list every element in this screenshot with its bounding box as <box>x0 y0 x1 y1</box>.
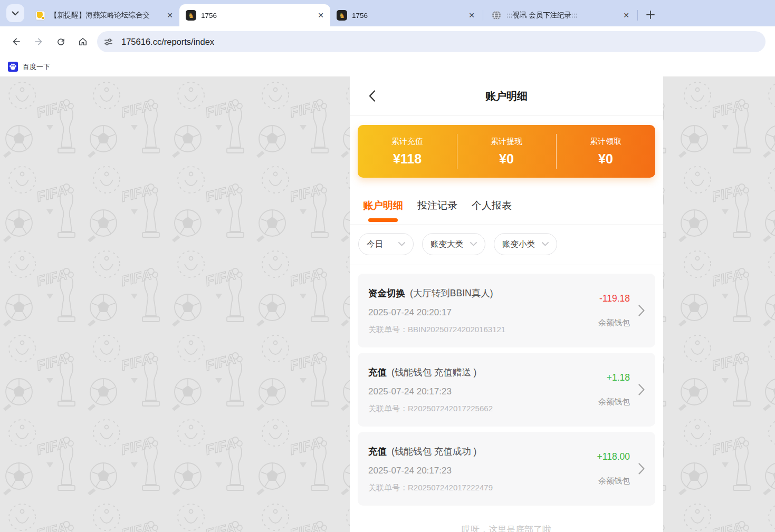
gold-emblem-icon: ♞ <box>337 10 347 21</box>
filter-minor-category-dropdown[interactable]: 账变小类 <box>494 233 557 255</box>
chevron-right-icon <box>638 463 645 475</box>
transaction-title: 充值(钱能钱包 充值成功 ) <box>368 445 597 458</box>
summary-total-claimed: 累计领取 ¥0 <box>556 125 655 178</box>
tab-search-button[interactable] <box>6 4 24 22</box>
transaction-time: 2025-07-24 20:20:17 <box>368 307 598 318</box>
back-button[interactable] <box>5 31 27 53</box>
tab-close-icon[interactable]: ✕ <box>466 10 477 21</box>
url-text: 175616.cc/reports/index <box>121 37 214 47</box>
filter-major-category-dropdown[interactable]: 账变大类 <box>422 233 485 255</box>
transaction-time: 2025-07-24 20:17:23 <box>368 386 598 397</box>
bookmarks-bar: 百度一下 <box>0 57 775 76</box>
chevron-left-icon <box>369 90 376 102</box>
tab-account-detail[interactable]: 账户明细 <box>363 199 403 222</box>
transaction-row[interactable]: 充值(钱能钱包 充值赠送 ) 2025-07-24 20:17:23 关联单号：… <box>358 353 655 427</box>
new-tab-button[interactable] <box>643 7 658 23</box>
forward-arrow-icon <box>33 36 44 47</box>
bookmark-baidu[interactable]: 百度一下 <box>23 62 50 72</box>
tab-title: 1756 <box>352 12 462 20</box>
summary-card: 累计充值 ¥118 累计提现 ¥0 累计领取 ¥0 <box>358 125 655 178</box>
tab-close-icon[interactable]: ✕ <box>621 10 632 21</box>
tab-separator <box>637 10 638 21</box>
tab-separator <box>483 10 483 21</box>
transaction-row[interactable]: 资金切换(大厅转到BBIN真人) 2025-07-24 20:20:17 关联单… <box>358 274 655 347</box>
transaction-title: 充值(钱能钱包 充值赠送 ) <box>368 366 598 379</box>
gold-emblem-icon: ♞ <box>186 10 196 21</box>
tab-personal-report[interactable]: 个人报表 <box>472 199 512 222</box>
tab-title: 【新提醒】海燕策略论坛综合交 <box>50 11 160 20</box>
globe-icon <box>491 10 502 21</box>
reload-button[interactable] <box>50 31 72 53</box>
transaction-order-no: 关联单号：BBIN202507242020163121 <box>368 325 598 335</box>
summary-total-withdraw: 累计提现 ¥0 <box>457 125 556 178</box>
forward-button[interactable] <box>27 31 50 53</box>
tab-close-icon[interactable]: ✕ <box>165 10 175 21</box>
reload-icon <box>56 37 66 47</box>
home-icon <box>78 36 88 47</box>
wallet-label: 余额钱包 <box>598 397 630 407</box>
page-background: FIFA 账户明细 累计充值 ¥118 累计提现 ¥0 累计领取 <box>0 76 775 532</box>
browser-tab-3[interactable]: ♞ 1756 ✕ <box>330 4 481 26</box>
browser-tab-4[interactable]: :::视讯 会员下注纪录::: ✕ <box>485 4 636 26</box>
chevron-right-icon <box>638 384 645 395</box>
section-tabs: 账户明细 投注记录 个人报表 <box>350 178 663 225</box>
chevron-right-icon <box>638 305 645 316</box>
active-tab-underline <box>368 218 398 222</box>
browser-toolbar-area: 175616.cc/reports/index 百度一下 <box>0 26 775 76</box>
wallet-label: 余额钱包 <box>598 318 630 328</box>
transaction-order-no: 关联单号：R202507242017222479 <box>368 483 597 493</box>
site-info-icon[interactable] <box>100 34 116 50</box>
page-title: 账户明细 <box>485 89 528 103</box>
filter-date-dropdown[interactable]: 今日 <box>358 233 414 255</box>
transaction-amount: +118.00 <box>597 451 630 462</box>
transaction-list: 资金切换(大厅转到BBIN真人) 2025-07-24 20:20:17 关联单… <box>350 265 663 532</box>
tab-title: :::视讯 会员下注纪录::: <box>506 11 616 20</box>
address-bar[interactable]: 175616.cc/reports/index <box>97 31 766 52</box>
summary-divider <box>457 134 457 169</box>
back-arrow-icon <box>11 36 22 47</box>
baidu-paw-icon <box>7 62 18 72</box>
browser-tab-1[interactable]: 【新提醒】海燕策略论坛综合交 ✕ <box>28 4 179 26</box>
filter-row: 今日 账变大类 账变小类 <box>350 225 663 265</box>
summary-total-deposit: 累计充值 ¥118 <box>358 125 457 178</box>
transaction-time: 2025-07-24 20:17:23 <box>368 466 597 476</box>
tab-title: 1756 <box>201 12 311 20</box>
page-back-button[interactable] <box>365 76 380 115</box>
panel-header: 账户明细 <box>350 76 663 116</box>
chevron-down-icon <box>398 242 405 246</box>
svg-text:♞: ♞ <box>188 12 194 20</box>
tab-bet-records[interactable]: 投注记录 <box>417 199 457 222</box>
account-detail-panel: 账户明细 累计充值 ¥118 累计提现 ¥0 累计领取 ¥0 账户明细 投 <box>350 76 663 532</box>
mail-yellow-icon <box>35 10 45 21</box>
navigation-toolbar: 175616.cc/reports/index <box>0 26 775 57</box>
browser-tab-2-active[interactable]: ♞ 1756 ✕ <box>179 4 330 26</box>
chevron-down-icon <box>12 11 19 16</box>
transaction-amount: -119.18 <box>599 293 630 304</box>
chevron-down-icon <box>542 242 549 246</box>
transaction-amount: +1.18 <box>607 372 630 383</box>
svg-text:♞: ♞ <box>339 12 345 20</box>
list-end-message: 哎呀，这里是底部了啦 <box>358 511 655 532</box>
transaction-order-no: 关联单号：R202507242017225662 <box>368 404 598 414</box>
transaction-row[interactable]: 充值(钱能钱包 充值成功 ) 2025-07-24 20:17:23 关联单号：… <box>358 432 655 506</box>
summary-divider <box>556 134 557 169</box>
plus-icon <box>646 11 655 19</box>
wallet-label: 余额钱包 <box>598 476 630 486</box>
transaction-title: 资金切换(大厅转到BBIN真人) <box>368 287 598 299</box>
tab-close-icon[interactable]: ✕ <box>315 10 326 21</box>
home-button[interactable] <box>72 31 94 53</box>
browser-tab-strip: 【新提醒】海燕策略论坛综合交 ✕ ♞ 1756 ✕ ♞ 1756 ✕ :::视讯… <box>0 0 775 26</box>
chevron-down-icon <box>470 242 477 246</box>
